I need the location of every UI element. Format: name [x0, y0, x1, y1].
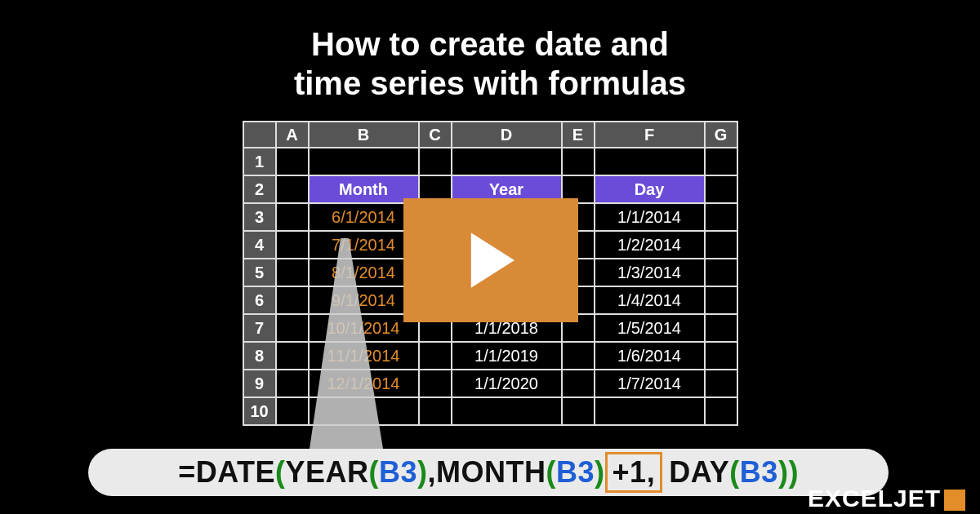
play-icon — [467, 233, 514, 288]
title-line-1: How to create date and — [311, 26, 669, 62]
cell-F8: 1/6/2014 — [595, 342, 705, 370]
cell-G6 — [705, 286, 737, 314]
formula-fn-day: DAY — [669, 455, 729, 490]
cell-B5: 8/1/2014 — [309, 259, 419, 286]
formula-ref: B3 — [379, 455, 417, 490]
cell-B2: Month — [309, 175, 419, 203]
cell-D10 — [452, 397, 562, 425]
cell-F1 — [595, 148, 705, 175]
cell-B6: 9/1/2014 — [309, 286, 419, 314]
row-header-8: 8 — [243, 342, 276, 370]
cell-A10 — [276, 397, 309, 425]
row-header-6: 6 — [243, 286, 276, 314]
cell-A6 — [276, 286, 309, 314]
cell-F9: 1/7/2014 — [595, 370, 705, 397]
col-header-E: E — [562, 122, 595, 148]
col-header-B: B — [309, 122, 419, 148]
cell-F5: 1/3/2014 — [595, 259, 705, 286]
row-header-9: 9 — [243, 370, 276, 397]
formula-ref: B3 — [556, 455, 595, 490]
cell-A1 — [276, 148, 309, 175]
cell-C1 — [419, 148, 452, 175]
row-header-4: 4 — [243, 231, 276, 259]
cell-G3 — [705, 203, 737, 231]
cell-C9 — [419, 370, 452, 397]
cell-F4: 1/2/2014 — [595, 231, 705, 259]
row-header-3: 3 — [243, 203, 276, 231]
cell-F7: 1/5/2014 — [595, 314, 705, 342]
cell-E8 — [562, 342, 595, 370]
cell-A3 — [276, 203, 309, 231]
paren-close: ) — [417, 455, 428, 490]
paren-open: ( — [275, 455, 286, 490]
formula-fn-month: MONTH — [436, 455, 546, 490]
cell-C10 — [419, 397, 452, 425]
cell-G1 — [705, 148, 737, 175]
cell-B4: 7/1/2014 — [309, 231, 419, 259]
logo-text: EXCELJET — [808, 485, 941, 512]
cell-G2 — [705, 175, 737, 203]
logo-icon — [944, 490, 965, 511]
col-header-A: A — [276, 122, 309, 148]
cell-F2: Day — [595, 175, 705, 203]
page-title: How to create date and time series with … — [0, 0, 980, 103]
cell-A9 — [276, 370, 309, 397]
cell-G5 — [705, 259, 737, 286]
paren-open: ( — [729, 455, 740, 490]
cell-G8 — [705, 342, 737, 370]
col-header-F: F — [595, 122, 705, 148]
formula-plus1: +1 — [612, 455, 647, 489]
cell-B3: 6/1/2014 — [309, 203, 419, 231]
formula-comma: , — [428, 455, 437, 490]
paren-open: ( — [369, 455, 380, 490]
cell-A5 — [276, 259, 309, 286]
formula-bar: = DATE ( YEAR ( B3 ) , MONTH ( B3 ) +1, … — [88, 449, 889, 496]
cell-A8 — [276, 342, 309, 370]
cell-E9 — [562, 370, 595, 397]
row-header-1: 1 — [243, 148, 276, 175]
cell-B1 — [309, 148, 419, 175]
cell-G4 — [705, 231, 737, 259]
col-header-G: G — [705, 122, 737, 148]
formula-comma: , — [647, 455, 656, 489]
cell-A7 — [276, 314, 309, 342]
cell-B9: 12/1/2014 — [309, 370, 419, 397]
title-line-2: time series with formulas — [294, 65, 686, 101]
cell-F3: 1/1/2014 — [595, 203, 705, 231]
brand-logo: EXCELJET — [808, 485, 965, 512]
cell-B8: 11/1/2014 — [309, 342, 419, 370]
row-header-10: 10 — [243, 397, 276, 425]
cell-D9: 1/1/2020 — [452, 370, 562, 397]
paren-close: ) — [788, 455, 799, 490]
row-header-2: 2 — [243, 175, 276, 203]
formula-fn-year: YEAR — [285, 455, 368, 490]
cell-F6: 1/4/2014 — [595, 286, 705, 314]
cell-A4 — [276, 231, 309, 259]
svg-marker-1 — [471, 233, 514, 288]
grid-corner — [243, 122, 276, 148]
cell-E1 — [562, 148, 595, 175]
formula-ref: B3 — [740, 455, 778, 490]
paren-open: ( — [546, 455, 557, 490]
cell-G10 — [705, 397, 737, 425]
formula-fn-date: DATE — [196, 455, 275, 490]
cell-C8 — [419, 342, 452, 370]
cell-B10 — [309, 397, 419, 425]
cell-D1 — [452, 148, 562, 175]
col-header-D: D — [452, 122, 562, 148]
formula-highlight: +1, — [605, 452, 663, 492]
row-header-5: 5 — [243, 259, 276, 286]
cell-B7: 10/1/2014 — [309, 314, 419, 342]
row-header-7: 7 — [243, 314, 276, 342]
cell-A2 — [276, 175, 309, 203]
formula-eq: = — [178, 455, 196, 490]
cell-D8: 1/1/2019 — [452, 342, 562, 370]
cell-F10 — [595, 397, 705, 425]
col-header-C: C — [419, 122, 452, 148]
cell-G7 — [705, 314, 737, 342]
cell-G9 — [705, 370, 737, 397]
play-button[interactable] — [403, 198, 578, 322]
paren-close: ) — [595, 455, 605, 490]
paren-close: ) — [778, 455, 789, 490]
cell-E10 — [562, 397, 595, 425]
